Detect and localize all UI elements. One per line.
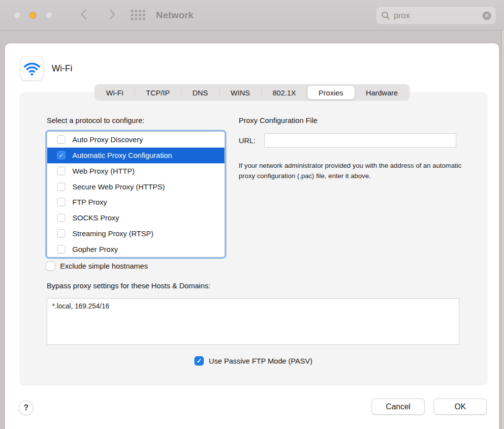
tab-wins[interactable]: WINS bbox=[220, 86, 261, 99]
window-titlebar: Network ✕ bbox=[0, 0, 504, 31]
protocol-label: SOCKS Proxy bbox=[72, 214, 119, 222]
bypass-label: Bypass proxy settings for these Hosts & … bbox=[47, 281, 211, 290]
search-clear-icon[interactable]: ✕ bbox=[482, 11, 491, 20]
protocol-label: Automatic Proxy Configuration bbox=[72, 151, 172, 159]
minimize-button[interactable] bbox=[30, 12, 36, 19]
protocol-checkbox[interactable] bbox=[57, 183, 65, 191]
service-header: Wi-Fi bbox=[20, 57, 72, 81]
protocol-checkbox[interactable] bbox=[57, 167, 65, 175]
cancel-button[interactable]: Cancel bbox=[372, 398, 425, 415]
protocol-row[interactable]: Secure Web Proxy (HTTPS) bbox=[47, 179, 224, 194]
close-button[interactable] bbox=[14, 12, 21, 19]
chevron-right-icon bbox=[109, 9, 116, 21]
protocol-list: Auto Proxy Discovery ✓ Automatic Proxy C… bbox=[45, 130, 226, 259]
tab-proxies[interactable]: Proxies bbox=[307, 86, 354, 99]
protocol-row[interactable]: Web Proxy (HTTP) bbox=[47, 163, 224, 179]
url-label: URL: bbox=[239, 136, 264, 145]
protocol-list-label: Select a protocol to configure: bbox=[47, 116, 144, 124]
ok-button[interactable]: OK bbox=[434, 398, 487, 415]
protocol-label: Auto Proxy Discovery bbox=[72, 135, 143, 144]
protocol-checkbox[interactable] bbox=[57, 214, 65, 222]
exclude-hostnames-checkbox[interactable] bbox=[46, 261, 55, 271]
zoom-button[interactable] bbox=[45, 12, 52, 19]
protocol-row[interactable]: Gopher Proxy bbox=[47, 241, 224, 257]
url-input[interactable] bbox=[264, 133, 456, 148]
protocol-row[interactable]: ✓ Automatic Proxy Configuration bbox=[47, 148, 224, 163]
search-field[interactable]: ✕ bbox=[376, 6, 496, 25]
tab-tcpip[interactable]: TCP/IP bbox=[135, 86, 181, 99]
protocol-checkbox[interactable] bbox=[57, 229, 65, 238]
exclude-hostnames-label: Exclude simple hostnames bbox=[60, 262, 148, 270]
network-proxies-dialog: Wi-Fi Wi-Fi TCP/IP DNS WINS 802.1X Proxi… bbox=[5, 43, 499, 429]
protocol-label: Secure Web Proxy (HTTPS) bbox=[72, 183, 165, 191]
protocol-row[interactable]: Streaming Proxy (RTSP) bbox=[47, 226, 224, 242]
proxies-panel: Select a protocol to configure: Auto Pro… bbox=[20, 92, 487, 385]
protocol-label: Web Proxy (HTTP) bbox=[72, 167, 134, 175]
back-button[interactable] bbox=[78, 9, 90, 21]
protocol-checkbox[interactable] bbox=[57, 198, 65, 206]
protocol-checkbox[interactable] bbox=[57, 135, 65, 144]
window-title: Network bbox=[156, 10, 193, 21]
protocol-label: Streaming Proxy (RTSP) bbox=[72, 229, 154, 238]
show-all-grid-icon[interactable] bbox=[131, 10, 145, 20]
window-right-edge bbox=[501, 31, 504, 429]
wifi-icon bbox=[20, 57, 44, 81]
passive-ftp-checkbox[interactable]: ✓ bbox=[194, 356, 204, 366]
search-input[interactable] bbox=[394, 11, 479, 21]
bypass-hosts-field[interactable]: *.local, 169.254/16 bbox=[47, 298, 459, 345]
service-name: Wi-Fi bbox=[52, 63, 72, 74]
help-button[interactable]: ? bbox=[19, 400, 33, 415]
tab-dns[interactable]: DNS bbox=[181, 86, 220, 99]
tab-8021x[interactable]: 802.1X bbox=[261, 86, 308, 99]
forward-button[interactable] bbox=[106, 9, 118, 21]
protocol-row[interactable]: SOCKS Proxy bbox=[47, 210, 224, 226]
protocol-row[interactable]: FTP Proxy bbox=[47, 194, 224, 210]
tab-hardware[interactable]: Hardware bbox=[354, 86, 409, 99]
protocol-label: FTP Proxy bbox=[72, 198, 107, 206]
proxy-help-text: If your network administrator provided y… bbox=[239, 160, 469, 181]
protocol-checkbox[interactable]: ✓ bbox=[57, 151, 65, 159]
tab-wifi[interactable]: Wi-Fi bbox=[95, 86, 135, 99]
tab-bar: Wi-Fi TCP/IP DNS WINS 802.1X Proxies Har… bbox=[94, 84, 410, 101]
traffic-lights bbox=[14, 12, 52, 19]
search-icon bbox=[381, 11, 390, 20]
passive-ftp-label: Use Passive FTP Mode (PASV) bbox=[209, 357, 312, 365]
protocol-row[interactable]: Auto Proxy Discovery bbox=[47, 132, 224, 148]
proxy-config-heading: Proxy Configuration File bbox=[239, 116, 317, 124]
protocol-checkbox[interactable] bbox=[57, 245, 65, 253]
chevron-left-icon bbox=[80, 9, 87, 21]
protocol-label: Gopher Proxy bbox=[72, 245, 118, 253]
